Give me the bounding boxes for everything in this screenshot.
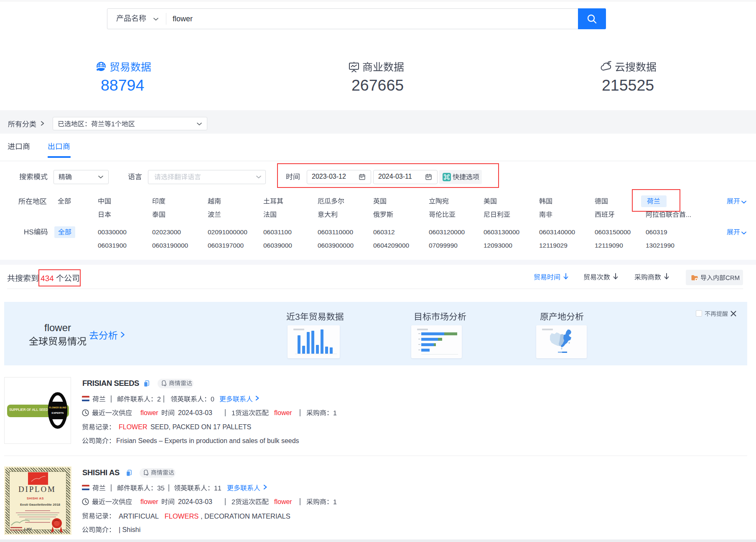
svg-text:EXPERTS: EXPERTS xyxy=(52,411,64,414)
svg-text:FLOWER BLIND: FLOWER BLIND xyxy=(49,406,66,409)
